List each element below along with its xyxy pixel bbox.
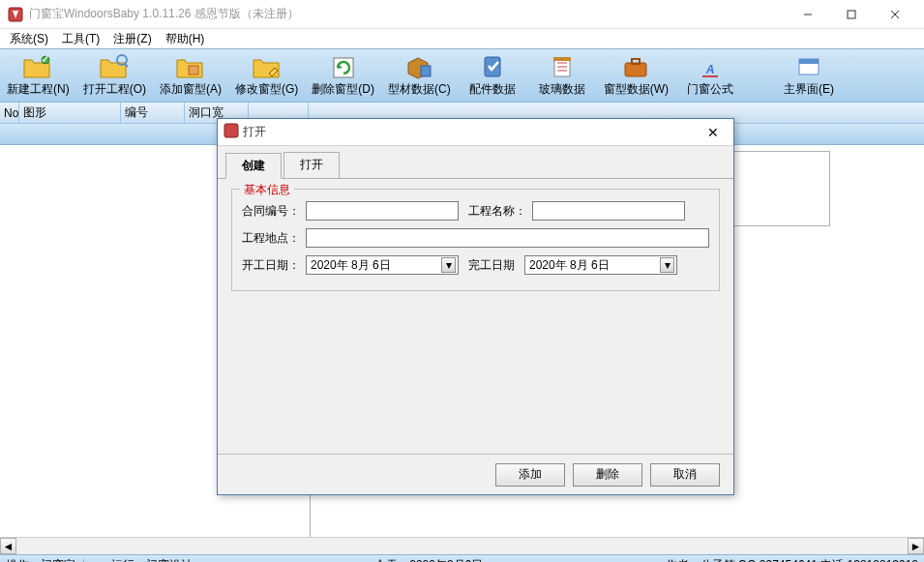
- label-project-location: 工程地点：: [242, 230, 300, 247]
- maximize-button[interactable]: [829, 1, 873, 28]
- svg-text:✓: ✓: [41, 54, 50, 66]
- svg-rect-9: [189, 66, 198, 74]
- tool-fittings-data[interactable]: 配件数据: [458, 49, 527, 102]
- titlebar: 门窗宝WindoorsBaby 1.0.11.26 感恩节版（未注册）: [0, 0, 924, 29]
- chevron-down-icon[interactable]: ▾: [441, 257, 456, 273]
- cancel-button[interactable]: 取消: [650, 463, 720, 487]
- dialog-footer: 添加 删除 取消: [218, 454, 733, 494]
- menu-system[interactable]: 系统(S): [4, 29, 54, 48]
- label-project-name: 工程名称：: [468, 203, 526, 220]
- svg-text:A: A: [705, 63, 715, 76]
- app-icon: [8, 7, 23, 22]
- tool-edit-window-type[interactable]: 修改窗型(G): [228, 49, 305, 102]
- window-title: 门窗宝WindoorsBaby 1.0.11.26 感恩节版（未注册）: [29, 6, 786, 22]
- basic-info-fieldset: 基本信息 合同编号： 工程名称： 工程地点： 开工日期： 2020年 8月 6日…: [231, 189, 720, 291]
- tool-main-ui[interactable]: 主界面(E): [774, 49, 844, 102]
- status-today-label: 今天：: [374, 557, 409, 562]
- grid-col-shape[interactable]: 图形: [19, 103, 121, 123]
- tool-add-window-type[interactable]: 添加窗型(A): [153, 49, 228, 102]
- svg-rect-23: [799, 59, 819, 64]
- folder-add-icon: [175, 53, 206, 80]
- dialog-body: 基本信息 合同编号： 工程名称： 工程地点： 开工日期： 2020年 8月 6日…: [218, 179, 733, 301]
- briefcase-icon: [620, 53, 651, 80]
- tab-create[interactable]: 创建: [225, 153, 282, 179]
- status-op-value: 门窗宝: [41, 557, 75, 562]
- horizontal-scrollbar[interactable]: ◄ ►: [0, 537, 924, 554]
- svg-rect-11: [421, 66, 431, 76]
- status-op-label: 操作：: [6, 557, 41, 562]
- folder-edit-icon: [252, 53, 283, 80]
- tool-open-project[interactable]: 打开工程(O): [76, 49, 153, 102]
- svg-rect-24: [224, 124, 238, 137]
- input-contract-no[interactable]: [306, 201, 459, 221]
- notepad-icon: [547, 53, 578, 80]
- tool-profile-data[interactable]: 型材数据(C): [381, 49, 458, 102]
- input-project-location[interactable]: [306, 228, 709, 248]
- menu-register[interactable]: 注册(Z): [107, 29, 157, 48]
- tool-new-project[interactable]: ✓ 新建工程(N): [0, 49, 76, 102]
- tool-glass-data[interactable]: 玻璃数据: [527, 49, 597, 102]
- folder-open-icon: [99, 53, 130, 80]
- open-dialog: 打开 ✕ 创建 打开 基本信息 合同编号： 工程名称： 工程地点： 开工日期： …: [217, 118, 734, 495]
- menubar: 系统(S) 工具(T) 注册(Z) 帮助(H): [0, 29, 924, 48]
- menu-tools[interactable]: 工具(T): [56, 29, 105, 48]
- status-run-label: 运行：: [111, 557, 146, 562]
- svg-rect-18: [625, 63, 646, 76]
- delete-button[interactable]: 删除: [573, 463, 642, 487]
- dialog-titlebar[interactable]: 打开 ✕: [218, 119, 733, 146]
- svg-rect-19: [632, 59, 640, 64]
- scroll-left-button[interactable]: ◄: [0, 538, 16, 554]
- tool-formula[interactable]: A 门窗公式: [675, 49, 745, 102]
- dialog-title: 打开: [243, 124, 699, 140]
- main-toolbar: ✓ 新建工程(N) 打开工程(O) 添加窗型(A) 修改窗型(G) 删除窗型(D…: [0, 48, 924, 103]
- profile-icon: [403, 53, 434, 80]
- close-button[interactable]: [873, 1, 916, 28]
- grid-col-no[interactable]: No: [0, 103, 19, 123]
- status-run-value: 门窗设计: [146, 557, 193, 562]
- svg-rect-17: [553, 57, 571, 61]
- label-contract-no: 合同编号：: [242, 203, 300, 220]
- folder-new-icon: ✓: [22, 53, 53, 80]
- select-end-date[interactable]: 2020年 8月 6日 ▾: [524, 255, 677, 275]
- letter-a-icon: A: [695, 53, 726, 80]
- svg-rect-2: [848, 11, 855, 18]
- window-icon: [793, 53, 824, 80]
- tool-delete-window-type[interactable]: 删除窗型(D): [305, 49, 381, 102]
- menu-help[interactable]: 帮助(H): [160, 29, 211, 48]
- fieldset-legend: 基本信息: [240, 182, 294, 198]
- status-author: 作者：公子笑 QQ:297454641 电话 13812813910: [666, 557, 918, 562]
- add-button[interactable]: 添加: [495, 463, 565, 487]
- dialog-tabs: 创建 打开: [218, 146, 733, 179]
- label-start-date: 开工日期：: [242, 257, 300, 274]
- tab-open[interactable]: 打开: [283, 152, 340, 178]
- clipboard-check-icon: [477, 53, 508, 80]
- label-end-date: 完工日期: [468, 257, 519, 274]
- tool-window-type-data[interactable]: 窗型数据(W): [597, 49, 675, 102]
- dialog-close-button[interactable]: ✕: [699, 123, 728, 142]
- minimize-button[interactable]: [786, 1, 829, 28]
- scroll-right-button[interactable]: ►: [908, 538, 924, 554]
- grid-col-code[interactable]: 编号: [121, 103, 185, 123]
- dialog-app-icon: [224, 123, 239, 141]
- input-project-name[interactable]: [532, 201, 685, 221]
- statusbar: 操作： 门窗宝 运行： 门窗设计 今天： 2020年8月6日 作者：公子笑 QQ…: [0, 554, 924, 562]
- select-start-date[interactable]: 2020年 8月 6日 ▾: [306, 255, 459, 275]
- status-today-value: 2020年8月6日: [409, 557, 483, 562]
- refresh-icon: [328, 53, 359, 80]
- chevron-down-icon[interactable]: ▾: [660, 257, 674, 273]
